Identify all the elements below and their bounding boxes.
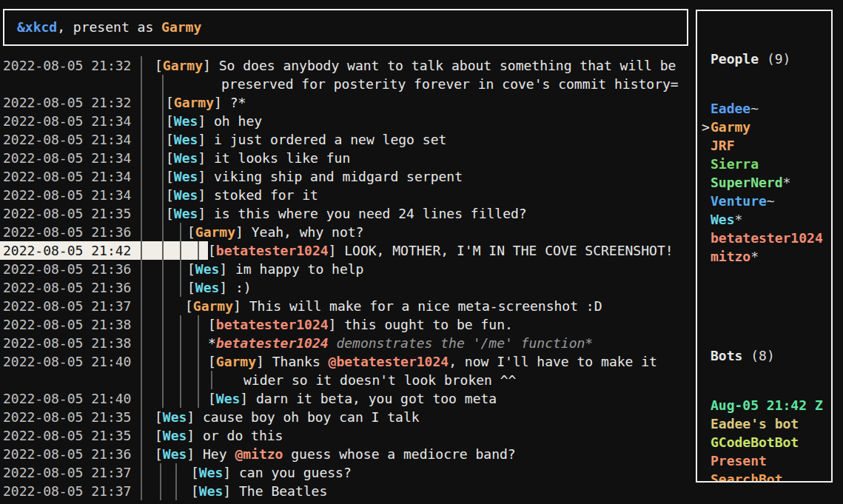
message-text: [Wes] darn it beta, you got too meta (208, 389, 497, 408)
thread-guide (180, 315, 181, 334)
sidebar-item-venture[interactable]: Venture~ (702, 192, 831, 210)
chat-line[interactable]: 2022-08-05 21:32[Garmy] ?* (0, 93, 694, 112)
chat-line[interactable]: 2022-08-05 21:35[Wes] is this where you … (0, 204, 694, 223)
message-text: [Wes] :) (187, 278, 252, 297)
sidebar-item-wes[interactable]: Wes* (702, 210, 831, 229)
bot-name: Aug-05 21:42 Z (711, 397, 823, 413)
thread-guide (180, 260, 181, 278)
chat-line[interactable]: wider so it doesn't look broken ^^ (0, 371, 694, 389)
marker-space (702, 173, 711, 192)
user-name: Wes (711, 212, 735, 227)
chat-line[interactable]: 2022-08-05 21:34[Wes] it looks like fun (0, 149, 694, 167)
message-text: [Wes] can you guess? (191, 463, 352, 482)
message-segment: [ (191, 483, 199, 499)
message-segment: [ (166, 150, 174, 166)
message-text: [Garmy] So does anybody want to talk abo… (155, 56, 676, 75)
message-segment: ] Yeah, why not? (235, 224, 363, 240)
chat-line[interactable]: 2022-08-05 21:37[Wes] can you guess? (0, 463, 694, 482)
chat-line[interactable]: 2022-08-05 21:37[Garmy] This will make f… (0, 297, 694, 315)
thread-guide (162, 186, 164, 204)
chat-line[interactable]: 2022-08-05 21:37[Wes] The Beatles (0, 482, 694, 500)
chat-line[interactable]: 2022-08-05 21:34[Wes] stoked for it (0, 186, 694, 204)
chat-line[interactable]: 2022-08-05 21:40[Wes] darn it beta, you … (0, 389, 694, 408)
message-text: [Wes] cause boy oh boy can I talk (155, 408, 420, 426)
chat-line[interactable]: 2022-08-05 21:38[betatester1024] this ou… (0, 315, 694, 334)
message-segment: [ (187, 280, 195, 295)
message: [Wes] im happy to help (141, 260, 694, 278)
message-segment: [ (155, 409, 163, 425)
message-segment: [ (187, 224, 195, 240)
timestamp: 2022-08-05 21:34 (0, 186, 141, 204)
chat-line-highlighted[interactable]: 2022-08-05 21:42[betatester1024] LOOK, M… (0, 241, 694, 260)
user-name: mitzo (711, 249, 750, 264)
user-name: Eadee (711, 101, 750, 116)
nick: Garmy (195, 224, 235, 240)
chat-line[interactable]: preserved for posterity forever in cove'… (0, 75, 694, 93)
thread-guide (162, 278, 164, 297)
sidebar-item-mitzo[interactable]: mitzo* (702, 247, 831, 266)
message-segment: ] i just ordered a new lego set (198, 132, 446, 147)
thread-guide (180, 389, 181, 408)
chat-line[interactable]: 2022-08-05 21:40[Garmy] Thanks @betatest… (0, 352, 694, 371)
message: [Garmy] Thanks @betatester1024, now I'll… (141, 352, 694, 371)
chat-line[interactable]: 2022-08-05 21:36[Wes] Hey @mitzo guess w… (0, 445, 694, 463)
chat-line[interactable]: 2022-08-05 21:36[Wes] im happy to help (0, 260, 694, 278)
nick: Wes (163, 409, 187, 425)
message: wider so it doesn't look broken ^^ (141, 371, 694, 389)
chat-line[interactable]: 2022-08-05 21:34[Wes] viking ship and mi… (0, 167, 694, 186)
bots-section-header: Bots (8) (702, 346, 831, 365)
thread-guide (162, 167, 164, 186)
timestamp: 2022-08-05 21:38 (0, 334, 141, 352)
message-segment: ] is this where you need 24 lines filled… (198, 206, 526, 221)
chat-line[interactable]: 2022-08-05 21:38*betatester1024 demonstr… (0, 334, 694, 352)
message-segment: ] Hey (187, 446, 235, 462)
sidebar-item-garmy[interactable]: >Garmy (702, 118, 831, 136)
chat-line[interactable]: 2022-08-05 21:36[Garmy] Yeah, why not? (0, 223, 694, 241)
user-name: betatester1024 (711, 230, 823, 246)
people-count: (9) (767, 51, 791, 67)
message: [Wes] The Beatles (141, 482, 694, 500)
chat-log: 2022-08-05 21:32[Garmy] So does anybody … (0, 56, 694, 500)
timestamp: 2022-08-05 21:40 (0, 352, 141, 371)
thread-guide (180, 223, 181, 241)
sidebar-item-jrf[interactable]: JRF (702, 136, 831, 155)
status-suffix: ~ (750, 101, 759, 116)
message-segment: [ (166, 169, 174, 184)
sidebar-item-present[interactable]: Present (702, 451, 831, 470)
nick: betatester1024 (216, 335, 329, 351)
chat-line[interactable]: 2022-08-05 21:35[Wes] cause boy oh boy c… (0, 408, 694, 426)
chat-line[interactable]: 2022-08-05 21:36[Wes] :) (0, 278, 694, 297)
marker-space (702, 99, 711, 118)
chat-line[interactable]: 2022-08-05 21:34[Wes] i just ordered a n… (0, 130, 694, 149)
chat-line[interactable]: 2022-08-05 21:34[Wes] oh hey (0, 112, 694, 130)
sidebar-item-eadee-s-bot[interactable]: Eadee's bot (702, 414, 831, 433)
message-segment: ] LOOK, MOTHER, I'M IN THE COVE SCREENSH… (329, 243, 674, 258)
sidebar-item-betatester1024[interactable]: betatester1024 (702, 229, 831, 247)
sidebar-item-aug-05-21-42-z[interactable]: Aug-05 21:42 Z (702, 396, 831, 414)
message: [Wes] or do this (141, 426, 694, 445)
sidebar-item-supernerd[interactable]: SuperNerd* (702, 173, 831, 192)
message: [Wes] i just ordered a new lego set (141, 130, 694, 149)
nick: Wes (174, 113, 198, 129)
message-segment: [ (155, 428, 163, 443)
sidebar-item-gcodebotbot[interactable]: GCodeBotBot (702, 433, 831, 451)
marker-space (702, 451, 711, 470)
message-segment: ] This will make for a nice meta-screens… (233, 298, 602, 314)
message-segment: ] ?* (214, 95, 246, 110)
marker-space (702, 247, 711, 266)
thread-guide (162, 204, 164, 223)
sidebar-item-sierra[interactable]: Sierra (702, 155, 831, 173)
message-text: [Garmy] Yeah, why not? (187, 223, 363, 241)
chat-line[interactable]: 2022-08-05 21:35[Wes] or do this (0, 426, 694, 445)
message: [Wes] can you guess? (141, 463, 694, 482)
chat-line[interactable]: 2022-08-05 21:32[Garmy] So does anybody … (0, 56, 694, 75)
timestamp: 2022-08-05 21:37 (0, 482, 141, 500)
marker-space (702, 414, 711, 433)
message-segment: [ (166, 132, 174, 147)
selected-marker: > (702, 118, 711, 136)
message-segment: ] The Beatles (223, 483, 327, 499)
sidebar-item-eadee[interactable]: Eadee~ (702, 99, 831, 118)
sidebar-item-searchbot[interactable]: SearchBot (702, 470, 831, 483)
message-text: [Wes] or do this (155, 426, 283, 445)
message: [Wes] it looks like fun (141, 149, 694, 167)
